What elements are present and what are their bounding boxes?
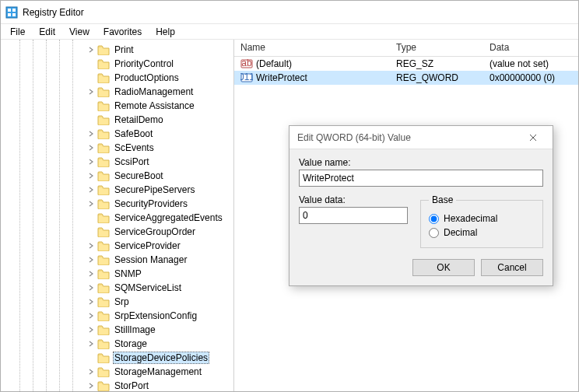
tree-item[interactable]: Print <box>1 43 233 57</box>
dialog-buttons: OK Cancel <box>299 259 543 276</box>
value-data: 0x00000000 (0) <box>483 72 578 83</box>
tree-item-label: Session Manager <box>113 254 188 265</box>
expander-icon[interactable] <box>86 283 96 292</box>
tree-item[interactable]: SafeBoot <box>1 127 233 141</box>
value-data-label: Value data: <box>299 194 408 205</box>
tree-item[interactable]: ServiceProvider <box>1 239 233 253</box>
svg-rect-1 <box>8 9 11 12</box>
expander-icon[interactable] <box>86 185 96 194</box>
expander-icon[interactable] <box>86 325 96 334</box>
tree-item[interactable]: StorPort <box>1 379 233 391</box>
radio-dec-input[interactable] <box>429 228 439 238</box>
value-name-field[interactable] <box>299 170 543 187</box>
radio-hex[interactable]: Hexadecimal <box>429 213 535 224</box>
registry-tree[interactable]: PrintPriorityControlProductOptionsRadioM… <box>1 43 233 391</box>
expander-icon[interactable] <box>86 339 96 348</box>
value-data: (value not set) <box>483 58 578 69</box>
expander-icon[interactable] <box>86 269 96 278</box>
column-header-name[interactable]: Name <box>234 40 390 56</box>
expander-icon <box>86 115 96 124</box>
tree-pane[interactable]: PrintPriorityControlProductOptionsRadioM… <box>1 40 234 391</box>
folder-icon <box>97 338 110 349</box>
dialog-title-text: Edit QWORD (64-bit) Value <box>297 132 411 143</box>
value-row[interactable]: 011WriteProtectREG_QWORD0x00000000 (0) <box>234 71 578 85</box>
tree-item-label: RetailDemo <box>113 114 165 125</box>
expander-icon[interactable] <box>86 143 96 152</box>
menu-view[interactable]: View <box>63 25 96 39</box>
tree-item[interactable]: Storage <box>1 337 233 351</box>
value-name-label: Value name: <box>299 157 543 168</box>
tree-item[interactable]: Srp <box>1 295 233 309</box>
menu-edit[interactable]: Edit <box>33 25 61 39</box>
menu-help[interactable]: Help <box>149 25 181 39</box>
column-header-type[interactable]: Type <box>390 40 483 56</box>
tree-item[interactable]: ProductOptions <box>1 71 233 85</box>
expander-icon[interactable] <box>86 311 96 320</box>
folder-icon <box>97 254 110 265</box>
value-type: REG_SZ <box>390 58 483 69</box>
tree-item[interactable]: Session Manager <box>1 253 233 267</box>
tree-item-label: StorageManagement <box>113 366 203 377</box>
value-row[interactable]: ab(Default)REG_SZ(value not set) <box>234 57 578 71</box>
expander-icon[interactable] <box>86 381 96 390</box>
tree-item[interactable]: ServiceGroupOrder <box>1 225 233 239</box>
tree-item[interactable]: SecurePipeServers <box>1 183 233 197</box>
cancel-button[interactable]: Cancel <box>481 259 543 276</box>
tree-item[interactable]: StorageManagement <box>1 365 233 379</box>
tree-item[interactable]: ServiceAggregatedEvents <box>1 211 233 225</box>
tree-item-label: Remote Assistance <box>113 100 196 111</box>
svg-text:ab: ab <box>241 58 252 68</box>
tree-item-label: SQMServiceList <box>113 282 183 293</box>
tree-item-label: SecureBoot <box>113 170 165 181</box>
tree-item[interactable]: RetailDemo <box>1 113 233 127</box>
tree-item[interactable]: ScsiPort <box>1 155 233 169</box>
expander-icon[interactable] <box>86 87 96 96</box>
expander-icon[interactable] <box>86 171 96 180</box>
tree-item[interactable]: SecureBoot <box>1 169 233 183</box>
dialog-titlebar[interactable]: Edit QWORD (64-bit) Value <box>290 126 553 149</box>
expander-icon[interactable] <box>86 45 96 54</box>
close-icon[interactable] <box>521 130 545 145</box>
value-data-field[interactable] <box>299 207 408 224</box>
radio-dec[interactable]: Decimal <box>429 227 535 238</box>
tree-item-label: SNMP <box>113 268 143 279</box>
menu-favorites[interactable]: Favorites <box>97 25 148 39</box>
expander-icon[interactable] <box>86 297 96 306</box>
column-header-data[interactable]: Data <box>483 40 578 56</box>
base-legend: Base <box>429 194 456 205</box>
tree-item[interactable]: ScEvents <box>1 141 233 155</box>
folder-icon <box>97 268 110 279</box>
tree-item-label: ScsiPort <box>113 156 151 167</box>
tree-item[interactable]: PriorityControl <box>1 57 233 71</box>
expander-icon[interactable] <box>86 157 96 166</box>
radio-hex-input[interactable] <box>429 214 439 224</box>
radio-dec-label: Decimal <box>444 227 477 238</box>
tree-item[interactable]: SrpExtensionConfig <box>1 309 233 323</box>
expander-icon[interactable] <box>86 199 96 208</box>
folder-icon <box>97 72 110 83</box>
tree-item-label: StorageDevicePolicies <box>113 352 209 364</box>
tree-item[interactable]: StillImage <box>1 323 233 337</box>
expander-icon[interactable] <box>86 129 96 138</box>
tree-item[interactable]: SecurityProviders <box>1 197 233 211</box>
string-value-icon: ab <box>240 58 253 70</box>
tree-item[interactable]: StorageDevicePolicies <box>1 351 233 365</box>
tree-item[interactable]: SQMServiceList <box>1 281 233 295</box>
expander-icon[interactable] <box>86 241 96 250</box>
titlebar[interactable]: Registry Editor <box>1 1 578 24</box>
tree-item[interactable]: RadioManagement <box>1 85 233 99</box>
expander-icon[interactable] <box>86 367 96 376</box>
values-list[interactable]: ab(Default)REG_SZ(value not set)011Write… <box>234 57 578 85</box>
values-header[interactable]: Name Type Data <box>234 40 578 57</box>
menu-file[interactable]: File <box>4 25 31 39</box>
ok-button[interactable]: OK <box>412 259 475 276</box>
folder-icon <box>97 128 110 139</box>
svg-rect-4 <box>12 13 16 16</box>
value-name: (Default) <box>256 58 292 69</box>
tree-item[interactable]: SNMP <box>1 267 233 281</box>
expander-icon[interactable] <box>86 255 96 264</box>
tree-item-label: StorPort <box>113 380 150 391</box>
tree-item-label: StillImage <box>113 324 157 335</box>
svg-rect-3 <box>8 13 11 16</box>
tree-item[interactable]: Remote Assistance <box>1 99 233 113</box>
